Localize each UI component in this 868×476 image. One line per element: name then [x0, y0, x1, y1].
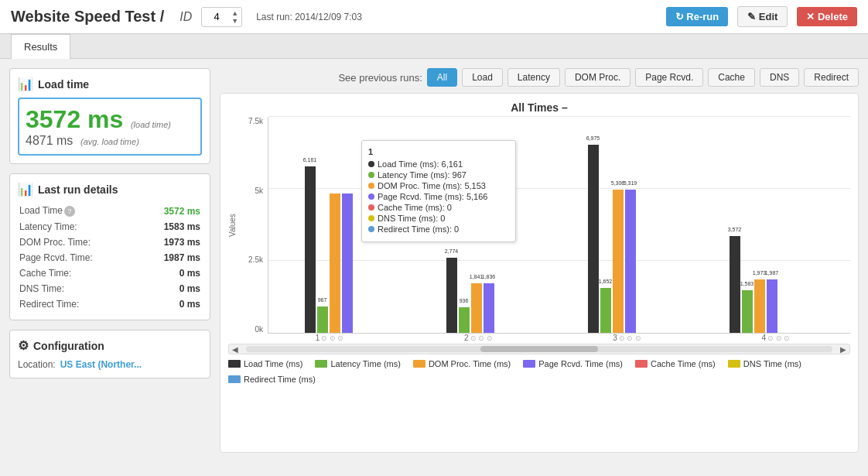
tooltip-item-label: DOM Proc. Time (ms): 5,153 — [378, 181, 486, 190]
bar-value-label: 3,572 — [728, 227, 742, 232]
filter-bar: See previous runs: All Load Latency DOM … — [220, 68, 859, 87]
x-tick-nav[interactable]: ⊙ ⊙ ⊙ — [321, 334, 343, 342]
bar[interactable]: 1,583 — [742, 117, 753, 333]
tooltip-item-label: Page Rcvd. Time (ms): 5,166 — [378, 192, 487, 201]
left-panel: 📊 Load time 3572 ms (load time) 4871 ms … — [9, 68, 210, 453]
x-axis-tick: 3 ⊙ ⊙ ⊙ — [553, 334, 702, 342]
bar[interactable] — [330, 117, 340, 333]
id-input-box[interactable]: ▲ ▼ — [201, 7, 242, 27]
legend-label: Latency Time (ms) — [330, 359, 400, 368]
tooltip-dot — [368, 204, 374, 211]
bar[interactable]: 5,319 — [625, 117, 636, 333]
rerun-button[interactable]: ↻ Re-run — [666, 7, 729, 26]
bar[interactable] — [637, 117, 648, 333]
chart-container: All Times – Values 0k 2.5k 5k 7.5k — [220, 93, 859, 453]
bar[interactable] — [662, 117, 673, 333]
details-table: Load Time?3572 msLatency Time:1583 msDOM… — [18, 203, 202, 312]
bar-value-label: 1,987 — [765, 270, 779, 276]
filter-all[interactable]: All — [427, 68, 457, 87]
bar-value-label: 1,841 — [470, 274, 484, 279]
y-axis: 0k 2.5k 5k 7.5k — [241, 117, 268, 334]
details-row: Latency Time:1583 ms — [18, 219, 202, 235]
delete-button[interactable]: ✕ Delete — [797, 7, 857, 26]
bar[interactable]: 1,652 — [600, 117, 611, 333]
filter-dns[interactable]: DNS — [760, 68, 799, 87]
y-axis-label: Values — [228, 117, 239, 334]
tooltip-row: DNS Time (ms): 0 — [368, 214, 509, 223]
help-icon[interactable]: ? — [64, 206, 75, 217]
x-tick-nav[interactable]: ⊙ ⊙ ⊙ — [767, 334, 790, 342]
chart-with-yaxis: Values 0k 2.5k 5k 7.5k 6,1619672,7749361… — [228, 117, 850, 334]
load-time-value: 3572 ms — [26, 105, 123, 133]
bar[interactable]: 1,987 — [767, 117, 777, 333]
bar[interactable] — [521, 117, 531, 333]
details-icon: 📊 — [18, 182, 33, 197]
bar-value-label: 936 — [460, 298, 469, 303]
tooltip-row: Page Rcvd. Time (ms): 5,166 — [368, 192, 509, 201]
tooltip-dot — [368, 161, 374, 167]
config-location-value: US East (Norther... — [60, 359, 142, 370]
filter-load[interactable]: Load — [462, 68, 503, 87]
tabs-bar: Results — [0, 34, 868, 59]
bar[interactable]: 6,975 — [588, 117, 599, 333]
bar-group: 6,9751,6525,3065,319 — [582, 117, 679, 333]
tooltip-row: Load Time (ms): 6,161 — [368, 159, 509, 169]
bar[interactable]: 6,161 — [305, 117, 316, 333]
last-run-title: 📊 Last run details — [18, 182, 202, 197]
scrollbar[interactable]: ◀ ▶ — [228, 344, 850, 354]
legend-color-swatch — [413, 360, 425, 368]
legend-item: Page Rcvd. Time (ms) — [523, 359, 623, 368]
scroll-left-arrow[interactable]: ◀ — [229, 345, 241, 354]
legend-color-swatch — [728, 360, 740, 368]
bar[interactable] — [791, 117, 802, 333]
legend-item: Latency Time (ms) — [315, 359, 400, 368]
load-time-box: 3572 ms (load time) 4871 ms (avg. load t… — [18, 98, 202, 156]
header: Website Speed Test / ID ▲ ▼ Last run: 20… — [0, 0, 868, 34]
chart-title: All Times – — [228, 101, 850, 114]
bar[interactable]: 967 — [317, 117, 328, 333]
legend-color-swatch — [228, 375, 241, 383]
bar-group: 3,5721,5831,9731,987 — [723, 117, 821, 333]
legend-label: Load Time (ms) — [244, 359, 302, 368]
load-time-label: (load time) — [131, 120, 171, 129]
x-axis-tick: 1 ⊙ ⊙ ⊙ — [255, 334, 404, 342]
id-input[interactable] — [205, 11, 228, 22]
tooltip-item-label: DNS Time (ms): 0 — [378, 214, 445, 223]
configuration-title: ⚙ Configuration — [18, 338, 202, 353]
scroll-right-arrow[interactable]: ▶ — [837, 345, 849, 354]
legend-item: DOM Proc. Time (ms) — [413, 359, 511, 368]
bar[interactable] — [804, 117, 815, 333]
x-tick-nav[interactable]: ⊙ ⊙ ⊙ — [470, 334, 493, 342]
bar[interactable] — [342, 117, 353, 333]
edit-button[interactable]: ✎ Edit — [737, 6, 788, 27]
filter-dom-proc[interactable]: DOM Proc. — [565, 68, 630, 87]
bar[interactable]: 5,306 — [613, 117, 624, 333]
details-row: DNS Time:0 ms — [18, 281, 202, 296]
tab-results[interactable]: Results — [11, 34, 70, 59]
avg-load-time-row: 4871 ms (avg. load time) — [26, 134, 194, 148]
legend-label: Redirect Time (ms) — [244, 375, 316, 384]
bar[interactable]: 1,973 — [754, 117, 765, 333]
bar-value-label: 6,975 — [586, 135, 600, 141]
scrollbar-thumb[interactable] — [480, 346, 598, 352]
main-content: 📊 Load time 3572 ms (load time) 4871 ms … — [0, 59, 868, 462]
filter-redirect[interactable]: Redirect — [804, 68, 859, 87]
load-time-card: 📊 Load time 3572 ms (load time) 4871 ms … — [9, 68, 210, 164]
bar[interactable] — [779, 117, 790, 333]
x-tick-nav[interactable]: ⊙ ⊙ ⊙ — [619, 334, 641, 342]
legend-label: DOM Proc. Time (ms) — [429, 359, 511, 368]
tooltip-dot — [368, 183, 374, 189]
tooltip-row: Latency Time (ms): 967 — [368, 170, 509, 180]
filter-latency[interactable]: Latency — [507, 68, 560, 87]
tooltip-item-label: Load Time (ms): 6,161 — [378, 159, 463, 169]
legend-label: DNS Time (ms) — [743, 359, 801, 368]
filter-cache[interactable]: Cache — [708, 68, 755, 87]
tooltip-run: 1 — [368, 147, 509, 156]
bar-value-label: 967 — [318, 297, 327, 303]
bar[interactable] — [650, 117, 661, 333]
bar[interactable]: 3,572 — [730, 117, 740, 333]
filter-page-rcvd[interactable]: Page Rcvd. — [635, 68, 703, 87]
filter-row-1: All Load Latency DOM Proc. Page Rcvd. — [427, 68, 703, 87]
id-arrows[interactable]: ▲ ▼ — [231, 9, 238, 25]
details-row: Redirect Time:0 ms — [18, 296, 202, 312]
